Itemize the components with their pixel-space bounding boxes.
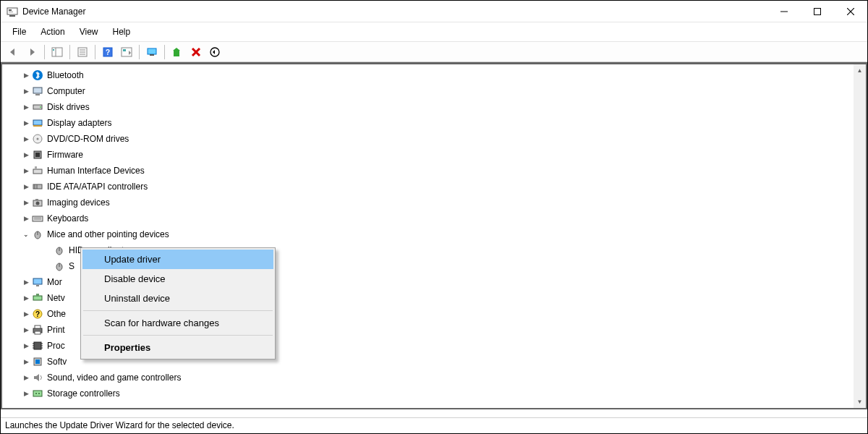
svg-rect-61 [35,331,41,334]
tree-label: Netv [47,293,65,303]
tree-label: Sound, video and game controllers [47,373,181,383]
action-button[interactable] [119,44,135,60]
expand-icon[interactable]: ▶ [21,326,31,333]
properties-button[interactable] [75,44,90,60]
menu-action[interactable]: Action [33,24,72,40]
tree-node-sound[interactable]: ▶ Sound, video and game controllers [17,370,866,386]
back-button[interactable] [5,44,21,60]
expand-icon[interactable]: ▶ [21,135,31,142]
svg-rect-19 [148,48,156,54]
expand-icon[interactable]: ▶ [21,215,31,222]
tree-node-bluetooth[interactable]: ▶ Bluetooth [17,67,866,83]
svg-point-29 [40,106,41,108]
svg-rect-5 [814,8,821,14]
update-driver-button[interactable] [169,44,185,60]
expand-icon[interactable]: ▶ [21,72,31,79]
svg-rect-43 [35,199,38,200]
toolbar-separator [164,45,165,59]
expand-icon[interactable]: ▶ [21,103,31,111]
svg-rect-30 [33,120,42,125]
scroll-down-icon[interactable]: ▼ [854,396,866,408]
expand-icon[interactable]: ▶ [21,151,31,158]
expand-icon[interactable]: ▶ [21,374,31,381]
expand-icon[interactable]: ▶ [21,342,31,349]
expand-icon[interactable]: ▶ [21,294,31,302]
svg-rect-60 [35,326,41,328]
show-hide-console-tree-button[interactable] [49,44,65,60]
tree-label: DVD/CD-ROM drives [47,134,129,144]
bluetooth-icon [31,69,44,81]
svg-point-42 [36,202,40,205]
tree-label: Storage controllers [47,388,120,399]
toolbar-separator [95,45,95,59]
expand-icon[interactable]: ▶ [21,119,31,127]
menu-view[interactable]: View [72,24,106,40]
forward-button[interactable] [24,44,40,60]
tree-label: Display adapters [47,118,111,128]
tree-node-hid[interactable]: ▶ Human Interface Devices [17,163,866,179]
expand-icon[interactable]: ▶ [21,390,31,397]
storage-icon [31,388,44,399]
disk-icon [31,101,44,113]
menu-bar: File Action View Help [1,22,867,42]
ctx-properties[interactable]: Properties [82,338,273,357]
dvd-icon [31,133,44,145]
scan-hardware-button[interactable] [207,44,223,60]
toolbar-separator [139,45,140,59]
show-hidden-button[interactable] [144,44,160,60]
svg-rect-0 [7,8,17,14]
menu-help[interactable]: Help [106,24,138,40]
expand-icon[interactable]: ▶ [21,358,31,365]
tree-node-dvd[interactable]: ▶ DVD/CD-ROM drives [17,131,866,147]
tree-node-keyboards[interactable]: ▶ Keyboards [17,210,866,226]
collapse-icon[interactable]: ⌄ [21,231,31,238]
svg-rect-55 [33,296,42,300]
uninstall-button[interactable] [188,44,204,60]
scroll-up-icon[interactable]: ▲ [854,64,866,77]
ctx-update-driver[interactable]: Update driver [82,250,273,269]
tree-label: Disk drives [47,102,90,112]
imaging-icon [31,197,44,208]
tree-node-ide[interactable]: ▶ IDE ATA/ATAPI controllers [17,179,866,195]
device-tree-panel: ▶ Bluetooth ▶ Computer ▶ Disk drives ▶ D… [1,62,867,409]
expand-icon[interactable]: ▶ [21,278,31,286]
mouse-icon [53,244,66,256]
hid-icon [31,165,44,176]
software-icon [31,356,44,367]
expand-icon[interactable]: ▶ [21,199,31,206]
ctx-disable-device[interactable]: Disable device [82,269,273,289]
minimize-button[interactable] [767,1,801,22]
expand-icon[interactable]: ▶ [21,88,31,95]
status-bar: Launches the Update Driver Wizard for th… [1,417,867,433]
svg-rect-36 [33,169,42,174]
tree-node-mice[interactable]: ⌄ Mice and other pointing devices [17,226,866,242]
tree-label: Bluetooth [47,70,84,80]
tree-node-disk[interactable]: ▶ Disk drives [17,99,866,115]
svg-point-33 [37,138,39,140]
svg-rect-54 [36,285,39,286]
tree-node-display[interactable]: ▶ Display adapters [17,115,866,131]
expand-icon[interactable]: ▶ [21,310,31,318]
vertical-scrollbar[interactable]: ▲ ▼ [854,64,866,408]
tree-label: S [69,261,75,271]
close-button[interactable] [834,1,867,22]
svg-rect-56 [36,294,39,296]
mouse-icon [53,260,66,272]
tree-node-imaging[interactable]: ▶ Imaging devices [17,195,866,210]
maximize-button[interactable] [801,1,834,22]
tree-node-storage[interactable]: ▶ Storage controllers [17,386,866,401]
menu-file[interactable]: File [5,24,33,40]
svg-rect-27 [35,94,40,95]
tree-label: Keyboards [47,213,88,224]
keyboard-icon [31,213,44,224]
expand-icon[interactable]: ▶ [21,167,31,174]
ctx-uninstall-device[interactable]: Uninstall device [82,289,273,308]
window-title: Device Manager [22,7,85,17]
help-button[interactable]: ? [100,44,116,60]
tree-node-firmware[interactable]: ▶ Firmware [17,147,866,163]
svg-rect-62 [34,342,41,349]
ctx-scan-hardware[interactable]: Scan for hardware changes [82,313,273,333]
sound-icon [31,372,44,383]
expand-icon[interactable]: ▶ [21,183,31,190]
tree-node-computer[interactable]: ▶ Computer [17,83,866,99]
